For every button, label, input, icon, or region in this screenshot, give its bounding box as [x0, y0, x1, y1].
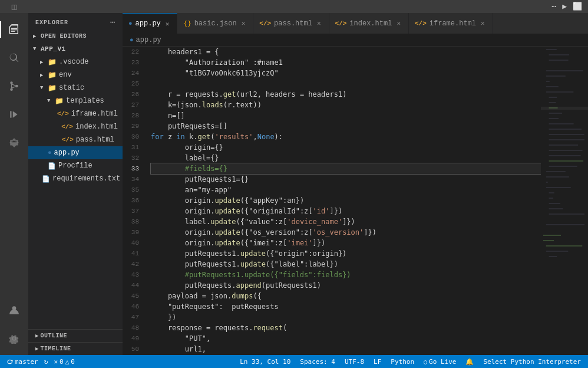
code-line: "t1BG7voOnkc6113yjczQ" — [151, 68, 541, 78]
sidebar-item-open-editors[interactable]: ▶ OPEN EDITORS — [28, 29, 123, 42]
activity-icon-search[interactable] — [0, 44, 28, 72]
sidebar-item-templates[interactable]: ▼ 📁 templates — [28, 94, 123, 107]
sidebar-bottom: ▶ OUTLINE ▶ TIMELINE — [28, 329, 123, 355]
status-bell[interactable]: 🔔 — [463, 358, 476, 366]
bell-icon: 🔔 — [465, 358, 474, 366]
outline-arrow: ▶ — [35, 333, 38, 339]
folder-icon: 📁 — [48, 58, 57, 67]
run-icon[interactable]: ▶ — [562, 2, 567, 11]
scm-icon-svg — [9, 81, 19, 91]
status-branch[interactable]: ℺ master — [5, 358, 41, 366]
req-file-icon: 📄 — [42, 175, 50, 183]
code-line: putRequests1={} — [151, 174, 541, 185]
line-number: 49 — [123, 333, 143, 344]
status-interpreter[interactable]: Select Python Interpreter — [481, 358, 583, 366]
status-live[interactable]: ◯ Go Live — [421, 358, 458, 366]
activity-icon-account[interactable] — [0, 296, 28, 324]
sidebar-item-outline[interactable]: ▶ OUTLINE — [28, 329, 123, 342]
status-line-ending[interactable]: LF — [371, 358, 384, 366]
svg-rect-3 — [10, 111, 11, 117]
activity-icon-extensions[interactable] — [0, 129, 28, 157]
sidebar-item-timeline[interactable]: ▶ TIMELINE — [28, 342, 123, 355]
line-number: 44 — [123, 280, 143, 291]
tab-app-py-close[interactable]: ✕ — [164, 19, 171, 28]
status-sync[interactable]: ↻ — [42, 358, 51, 366]
code-line — [151, 78, 541, 89]
tab-pass-close[interactable]: ✕ — [315, 19, 323, 28]
tab-index-close[interactable]: ✕ — [395, 19, 402, 28]
line-number: 39 — [123, 227, 143, 238]
sidebar-item-requirements[interactable]: 📄 requirements.txt — [28, 172, 123, 185]
iframe-file-icon: </> — [57, 110, 69, 117]
sidebar-item-vscode[interactable]: ▶ 📁 .vscode — [28, 55, 123, 68]
status-le-label: LF — [374, 358, 381, 366]
activity-icon-scm[interactable] — [0, 72, 28, 100]
activity-icon-explorer[interactable] — [0, 15, 28, 44]
tab-pass-icon: </> — [259, 20, 271, 27]
line-number: 38 — [123, 216, 143, 227]
vscode-arrow: ▶ — [40, 59, 46, 65]
sidebar-item-env[interactable]: ▶ 📁 env — [28, 68, 123, 81]
code-line: }) — [151, 312, 541, 323]
tab-basic-json-label: basic.json — [194, 19, 237, 28]
more-icon[interactable]: ⋯ — [551, 2, 556, 11]
tab-app-py-label: app.py — [136, 19, 161, 28]
status-errors[interactable]: ✕ 0 △ 0 — [51, 358, 77, 366]
line-number: 43 — [123, 270, 143, 280]
tab-basic-json-close[interactable]: ✕ — [240, 19, 247, 28]
sidebar: Explorer ⋯ ▶ OPEN EDITORS ▼ APP_V1 ▶ 📁 .… — [28, 13, 123, 355]
code-line: label.update({"value":z['device_name']}) — [151, 216, 541, 227]
minimap — [541, 47, 588, 355]
vscode-label: .vscode — [59, 58, 88, 66]
line-number: 42 — [123, 259, 143, 270]
sidebar-more-icon[interactable]: ⋯ — [110, 18, 115, 27]
run-debug-icon-svg — [9, 109, 19, 120]
line-number: 24 — [123, 68, 143, 78]
code-line: url1, — [151, 344, 541, 354]
code-line: putRequests1.update({"origin":origin}) — [151, 248, 541, 259]
split-icon[interactable]: ⬜ — [573, 2, 582, 11]
index-file-icon: </> — [61, 123, 73, 130]
activity-icon-run[interactable] — [0, 100, 28, 129]
tab-pass-html[interactable]: </> pass.html ✕ — [253, 13, 329, 34]
line-number: 40 — [123, 238, 143, 248]
tab-basic-json[interactable]: {} basic.json ✕ — [177, 13, 253, 34]
status-spaces[interactable]: Spaces: 4 — [298, 358, 338, 366]
static-label: static — [59, 84, 84, 92]
sidebar-item-index-html[interactable]: </> index.html — [28, 120, 123, 133]
account-icon-svg — [9, 305, 19, 316]
tab-iframe-html[interactable]: </> iframe.html ✕ — [409, 13, 493, 34]
svg-rect-4 — [11, 142, 17, 143]
line-number: 50 — [123, 344, 143, 354]
sidebar-item-static[interactable]: ▼ 📁 static — [28, 81, 123, 94]
tab-index-html[interactable]: </> index.html ✕ — [329, 13, 409, 34]
code-line: origin.update({"os_version":z['os_versio… — [151, 227, 541, 238]
tab-iframe-close[interactable]: ✕ — [479, 19, 487, 28]
code-line: label={} — [151, 153, 541, 163]
code-line: payload = json.dumps({ — [151, 291, 541, 301]
status-position[interactable]: Ln 33, Col 10 — [237, 358, 293, 366]
sidebar-item-procfile[interactable]: 📄 Procfile — [28, 159, 123, 172]
pass-label: pass.html — [76, 136, 114, 144]
code-line: an="my-app" — [151, 185, 541, 195]
code-content[interactable]: headers1 = { "Authorization" :#name1 "t1… — [146, 47, 541, 355]
sidebar-item-app-py[interactable]: ● app.py — [28, 146, 123, 159]
status-language[interactable]: Python — [388, 358, 417, 366]
activity-icon-settings[interactable] — [0, 324, 28, 353]
live-icon: ◯ — [424, 359, 427, 365]
tab-app-py[interactable]: ● app.py ✕ — [123, 13, 177, 34]
status-encoding[interactable]: UTF-8 — [342, 358, 366, 366]
window-controls: ◫ — [0, 2, 28, 12]
index-label: index.html — [75, 123, 118, 131]
editor-tabs-bar — [28, 0, 546, 13]
outline-label: OUTLINE — [40, 333, 67, 339]
tab-pass-html-label: pass.html — [274, 19, 312, 28]
sidebar-header-label: Explorer — [35, 19, 68, 26]
line-number: 31 — [123, 142, 143, 153]
status-branch-label: master — [15, 358, 38, 366]
sidebar-item-iframe-html[interactable]: </> iframe.html — [28, 107, 123, 120]
sidebar-item-pass-html[interactable]: </> pass.html — [28, 133, 123, 146]
line-number: 23 — [123, 57, 143, 68]
error-count: 0 — [60, 358, 64, 366]
sidebar-item-app-v1[interactable]: ▼ APP_V1 — [28, 42, 123, 55]
